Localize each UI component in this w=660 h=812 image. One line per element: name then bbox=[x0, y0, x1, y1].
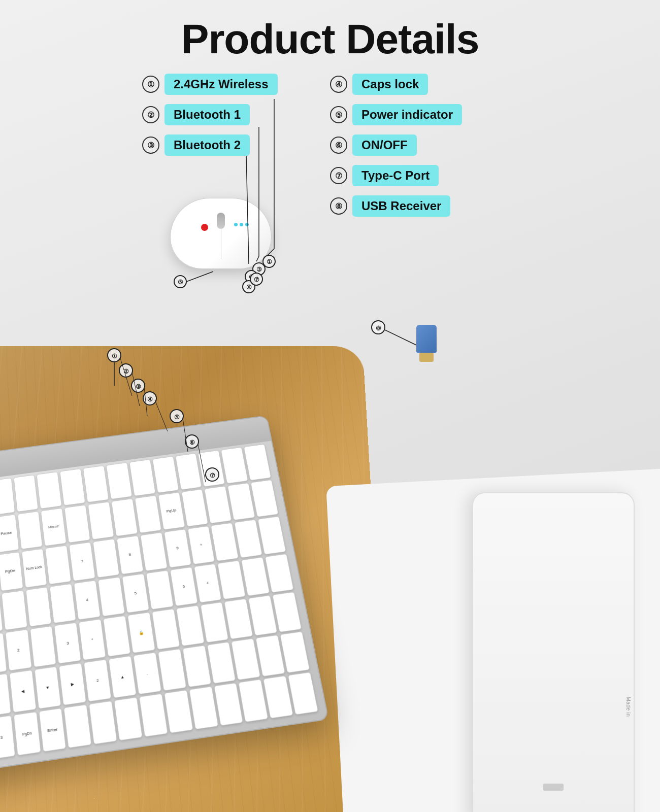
white-device: Made in bbox=[472, 492, 635, 812]
key-dot: . bbox=[133, 652, 161, 694]
key-pause: Pause bbox=[0, 514, 19, 553]
key-3b: 3 bbox=[0, 715, 15, 759]
label-row-5: ⑤ Power indicator bbox=[330, 104, 518, 125]
circle-8: ⑧ bbox=[330, 197, 347, 215]
key-empty-48 bbox=[272, 592, 302, 632]
key-empty-19 bbox=[181, 489, 209, 526]
labels-panel: ① 2.4GHz Wireless ② Bluetooth 1 ③ Blueto… bbox=[142, 74, 518, 226]
key-arrow-down: ▼ bbox=[34, 666, 61, 709]
key-empty-41 bbox=[29, 626, 56, 667]
key-pgdn: PgDn bbox=[0, 552, 23, 591]
key-empty-21 bbox=[227, 483, 255, 520]
device-text: Made in bbox=[625, 697, 632, 717]
circle-2: ② bbox=[142, 106, 159, 123]
label-tag-8: USB Receiver bbox=[352, 195, 450, 217]
key-pgdn-2: PgDn bbox=[13, 712, 41, 756]
key-empty-33 bbox=[25, 587, 52, 627]
key-empty-15 bbox=[64, 504, 91, 543]
key-empty-58 bbox=[114, 697, 142, 741]
label-row-7: ⑦ Type-C Port bbox=[330, 165, 518, 186]
device-port bbox=[543, 784, 564, 791]
key-empty-26 bbox=[140, 532, 168, 571]
key-empty-20 bbox=[204, 486, 232, 523]
key-plus-2: + bbox=[193, 563, 222, 603]
label-tag-2: Bluetooth 1 bbox=[164, 104, 250, 125]
label-tag-7: Type-C Port bbox=[352, 165, 439, 186]
key-9: 9 bbox=[163, 529, 191, 568]
key-empty-24 bbox=[45, 545, 72, 584]
key-lock-icon: 🔒 bbox=[127, 612, 155, 653]
key-3: 3 bbox=[54, 623, 82, 664]
labels-left: ① 2.4GHz Wireless ② Bluetooth 1 ③ Blueto… bbox=[142, 74, 330, 226]
keyboard-keys-grid: PrtSc ScrLK Ins Pause Home bbox=[0, 444, 318, 763]
key-empty-45 bbox=[200, 602, 229, 643]
key-empty-46 bbox=[224, 599, 253, 639]
key-empty-61 bbox=[189, 686, 218, 729]
circle-7: ⑦ bbox=[330, 167, 347, 184]
label-tag-1: 2.4GHz Wireless bbox=[164, 74, 278, 95]
page-container: Product Details ① 2.4GHz Wireless ② Blue… bbox=[0, 0, 660, 812]
key-empty-39 bbox=[265, 554, 294, 593]
key-5: 5 bbox=[122, 573, 149, 614]
key-star: * bbox=[79, 619, 106, 661]
page-title: Product Details bbox=[0, 0, 660, 63]
key-empty-44 bbox=[176, 605, 204, 647]
key-empty-37 bbox=[217, 560, 246, 600]
key-6: 6 bbox=[170, 567, 197, 607]
key-empty-29 bbox=[257, 516, 286, 555]
key-empty-42 bbox=[103, 616, 131, 657]
key-numlock: Num Lock bbox=[21, 548, 47, 588]
key-empty-32 bbox=[1, 590, 27, 631]
svg-line-35 bbox=[385, 330, 416, 345]
circle-3: ③ bbox=[142, 137, 159, 154]
key-empty-59 bbox=[139, 694, 168, 737]
key-empty-53 bbox=[231, 638, 260, 681]
key-empty-36 bbox=[146, 570, 174, 610]
key-empty-2 bbox=[13, 475, 39, 512]
key-empty-17 bbox=[111, 498, 138, 536]
usb-plug bbox=[419, 353, 434, 362]
usb-body bbox=[416, 325, 437, 353]
circle-1: ① bbox=[142, 76, 159, 93]
key-empty-9 bbox=[175, 453, 202, 490]
svg-point-33 bbox=[372, 321, 385, 334]
key-2b: 2 bbox=[84, 659, 112, 702]
key-empty-16 bbox=[88, 501, 114, 539]
key-8: 8 bbox=[116, 535, 143, 574]
key-empty-50 bbox=[158, 649, 187, 691]
key-plus: + bbox=[187, 526, 215, 564]
key-empty-3 bbox=[37, 471, 62, 509]
key-empty-22 bbox=[250, 480, 278, 517]
key-empty-4 bbox=[60, 468, 86, 505]
key-empty-25 bbox=[93, 538, 120, 578]
key-empty-35 bbox=[98, 577, 125, 617]
key-empty-55 bbox=[280, 631, 310, 673]
svg-text:⑧: ⑧ bbox=[376, 325, 381, 332]
usb-receiver bbox=[416, 325, 437, 353]
key-arrow-up: ▲ bbox=[109, 656, 137, 698]
mouse-center-line bbox=[221, 229, 221, 259]
label-tag-4: Caps lock bbox=[352, 74, 428, 95]
key-empty-34 bbox=[50, 583, 77, 624]
key-empty-12 bbox=[244, 444, 271, 481]
labels-right: ④ Caps lock ⑤ Power indicator ⑥ ON/OFF ⑦… bbox=[330, 74, 518, 226]
label-tag-5: Power indicator bbox=[352, 104, 462, 125]
key-enter: Enter bbox=[39, 708, 67, 752]
label-row-2: ② Bluetooth 1 bbox=[142, 104, 330, 125]
key-empty-43 bbox=[152, 609, 180, 650]
label-row-8: ⑧ USB Receiver bbox=[330, 195, 518, 217]
label-row-4: ④ Caps lock bbox=[330, 74, 518, 95]
key-7: 7 bbox=[69, 542, 95, 581]
key-empty-52 bbox=[207, 642, 236, 684]
key-arrow-right: ▶ bbox=[59, 663, 86, 705]
key-empty-18 bbox=[135, 495, 161, 533]
key-empty-62 bbox=[214, 683, 244, 726]
key-empty-49 bbox=[0, 673, 11, 717]
key-empty-1 bbox=[0, 478, 15, 515]
key-empty-65 bbox=[288, 672, 318, 715]
key-empty-28 bbox=[234, 519, 262, 558]
key-empty-5 bbox=[83, 465, 109, 502]
key-empty-7 bbox=[129, 459, 155, 496]
key-4: 4 bbox=[74, 580, 101, 620]
label-tag-3: Bluetooth 2 bbox=[164, 134, 250, 156]
